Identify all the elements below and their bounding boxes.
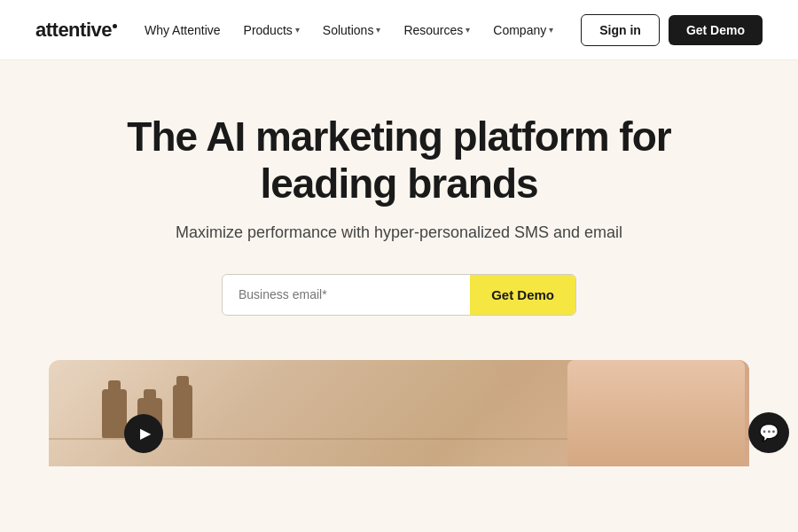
product-decoration-1 [102,389,127,438]
play-button[interactable]: ▶ [124,414,163,453]
play-icon: ▶ [140,425,151,442]
nav-item-company[interactable]: Company ▾ [484,18,562,43]
site-header: attentive Why Attentive Products ▾ Solut… [0,0,798,60]
logo-text: attentive [35,19,112,41]
nav-item-resources[interactable]: Resources ▾ [395,18,479,43]
product-decoration-3 [173,385,192,438]
chat-button[interactable]: 💬 [748,412,789,453]
chevron-down-icon: ▾ [549,25,553,35]
chevron-down-icon: ▾ [295,25,300,35]
chevron-down-icon: ▾ [376,25,380,35]
hero-section: The AI marketing platform for leading br… [0,60,798,351]
chevron-down-icon: ▾ [466,25,470,35]
get-demo-form-button[interactable]: Get Demo [470,275,575,315]
nav-item-products[interactable]: Products ▾ [235,18,309,43]
hero-subtitle: Maximize performance with hyper-personal… [176,223,622,242]
nav-item-solutions[interactable]: Solutions ▾ [314,18,390,43]
hero-person-image [567,360,745,466]
chat-icon: 💬 [759,423,778,442]
email-form: Get Demo [222,274,576,316]
hero-title: The AI marketing platform for leading br… [124,113,674,207]
get-demo-nav-button[interactable]: Get Demo [669,15,763,45]
logo: attentive [35,19,117,42]
nav-actions: Sign in Get Demo [581,14,763,46]
email-input[interactable] [223,275,470,315]
sign-in-button[interactable]: Sign in [581,14,660,46]
hero-image-area: ▶ 💬 [0,360,798,466]
logo-dot [113,24,117,28]
main-nav: Why Attentive Products ▾ Solutions ▾ Res… [136,18,562,43]
nav-item-why-attentive[interactable]: Why Attentive [136,18,230,43]
